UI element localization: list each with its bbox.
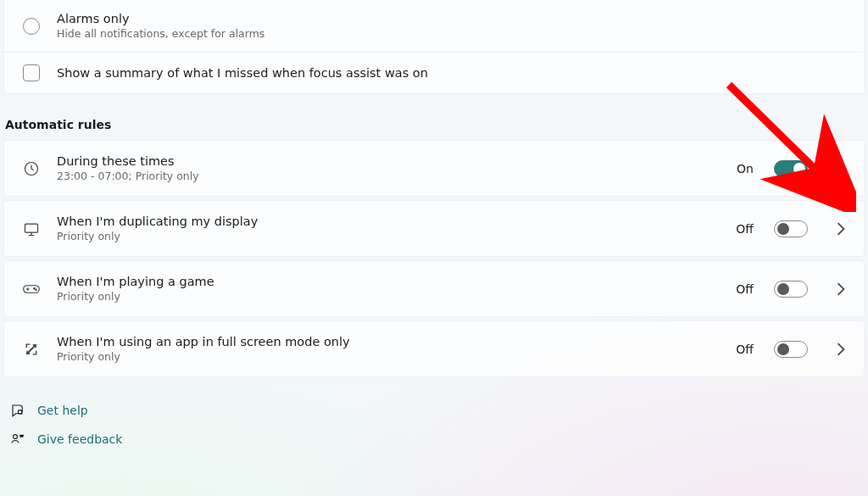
rule-title: When I'm using an app in full screen mod… <box>57 335 722 348</box>
toggle-state-label: Off <box>736 222 754 236</box>
footer-links: Get help Give feedback <box>8 396 868 454</box>
option-label: Alarms only <box>57 12 264 25</box>
toggle-fullscreen-app[interactable] <box>774 341 808 358</box>
chevron-right-icon[interactable] <box>833 282 849 296</box>
chevron-right-icon[interactable] <box>833 222 849 236</box>
radio-icon <box>19 18 43 35</box>
svg-rect-1 <box>25 224 38 232</box>
svg-point-4 <box>36 289 36 290</box>
option-description: Hide all notifications, except for alarm… <box>57 27 264 40</box>
help-icon <box>8 403 27 418</box>
gamepad-icon <box>19 281 43 298</box>
link-get-help[interactable]: Get help <box>8 396 868 425</box>
rule-during-these-times[interactable]: During these times 23:00 - 07:00; Priori… <box>3 140 865 197</box>
clock-icon <box>19 160 43 177</box>
option-alarms-only[interactable]: Alarms only Hide all notifications, exce… <box>4 0 864 52</box>
rule-subtitle: 23:00 - 07:00; Priority only <box>57 170 723 182</box>
toggle-state-label: Off <box>736 282 754 296</box>
toggle-state-label: On <box>737 162 754 176</box>
toggle-during-times[interactable] <box>774 160 808 177</box>
rule-subtitle: Priority only <box>57 230 722 242</box>
rule-playing-game[interactable]: When I'm playing a game Priority only Of… <box>3 260 865 317</box>
rule-title: When I'm duplicating my display <box>57 215 722 228</box>
rule-title: During these times <box>57 154 723 168</box>
monitor-icon <box>19 220 43 237</box>
toggle-duplicating-display[interactable] <box>774 220 808 237</box>
chevron-right-icon[interactable] <box>833 162 849 176</box>
focus-assist-options-card: Alarms only Hide all notifications, exce… <box>3 0 865 94</box>
link-label: Get help <box>37 404 88 417</box>
option-label: Show a summary of what I missed when foc… <box>57 66 428 80</box>
rule-subtitle: Priority only <box>57 350 722 363</box>
expand-arrows-icon <box>19 341 43 358</box>
toggle-state-label: Off <box>736 343 754 356</box>
link-give-feedback[interactable]: Give feedback <box>8 425 868 454</box>
rule-subtitle: Priority only <box>57 290 722 303</box>
feedback-icon <box>8 432 27 447</box>
svg-point-6 <box>14 435 18 439</box>
rule-duplicating-display[interactable]: When I'm duplicating my display Priority… <box>3 200 865 257</box>
svg-point-3 <box>34 287 35 288</box>
section-heading-automatic-rules: Automatic rules <box>5 118 868 131</box>
chevron-right-icon[interactable] <box>833 343 849 356</box>
link-label: Give feedback <box>37 432 122 446</box>
checkbox-icon[interactable] <box>19 64 43 81</box>
option-show-summary[interactable]: Show a summary of what I missed when foc… <box>4 52 864 93</box>
rule-title: When I'm playing a game <box>57 275 722 288</box>
rule-fullscreen-app[interactable]: When I'm using an app in full screen mod… <box>3 320 865 377</box>
svg-rect-2 <box>24 285 40 292</box>
toggle-playing-game[interactable] <box>774 281 808 298</box>
